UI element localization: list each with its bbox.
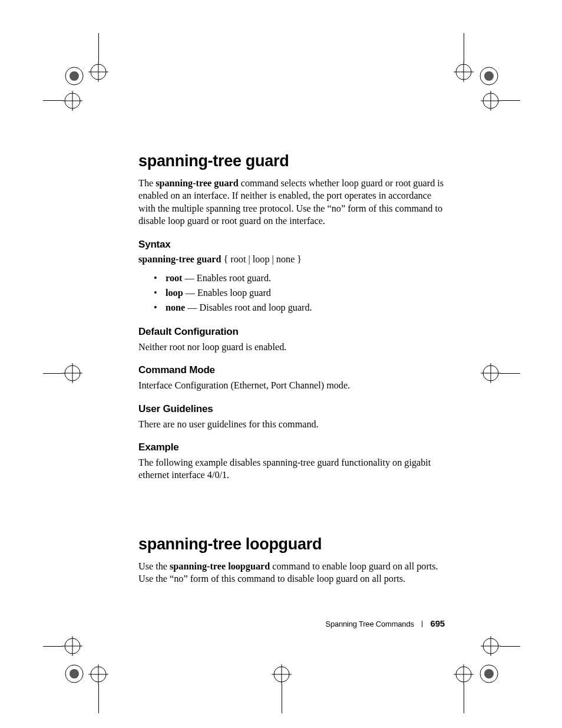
svg-point-30 xyxy=(480,665,498,683)
crop-line xyxy=(464,33,464,62)
crop-mark-icon xyxy=(454,664,474,684)
crop-mark-icon xyxy=(477,662,501,686)
crop-line xyxy=(500,373,520,374)
intro-paragraph: The spanning-tree guard command selects … xyxy=(138,177,445,228)
option-none: none — Disables root and loop guard. xyxy=(166,301,445,315)
svg-point-35 xyxy=(483,638,498,654)
footer-separator-icon xyxy=(422,621,422,627)
crop-mark-icon xyxy=(62,64,86,88)
intro-pre: The xyxy=(138,178,156,189)
page-content: spanning-tree guard The spanning-tree gu… xyxy=(138,152,445,594)
syntax-options: root — Enables root guard. loop — Enable… xyxy=(138,271,445,315)
crop-mark-icon xyxy=(88,664,108,684)
command-mode-text: Interface Configuration (Ethernet, Port … xyxy=(138,380,445,392)
loopguard-paragraph: Use the spanning-tree loopguard command … xyxy=(138,561,445,586)
svg-point-24 xyxy=(91,667,106,682)
svg-point-9 xyxy=(484,71,494,81)
crop-mark-icon xyxy=(481,91,501,111)
page-footer: Spanning Tree Commands 695 xyxy=(138,618,445,628)
svg-point-2 xyxy=(91,64,106,80)
crop-line xyxy=(43,373,63,374)
example-text: The following example disables spanning-… xyxy=(138,457,445,482)
svg-point-23 xyxy=(70,669,79,678)
svg-point-13 xyxy=(483,93,498,108)
crop-mark-icon xyxy=(62,636,82,656)
syntax-bold: spanning-tree guard xyxy=(138,254,221,265)
option-desc: — Enables root guard. xyxy=(182,273,271,284)
svg-point-19 xyxy=(483,365,498,381)
user-guidelines-text: There are no user guidelines for this co… xyxy=(138,419,445,431)
svg-point-0 xyxy=(65,67,83,85)
crop-mark-icon xyxy=(272,664,292,684)
option-loop: loop — Enables loop guard xyxy=(166,286,445,301)
crop-mark-icon xyxy=(481,636,501,656)
option-name: none xyxy=(166,302,185,313)
subhead-user-guidelines: User Guidelines xyxy=(138,403,445,415)
lg-bold: spanning-tree loopguard xyxy=(170,561,270,572)
heading-spanning-tree-guard: spanning-tree guard xyxy=(138,152,445,170)
crop-line xyxy=(464,684,464,713)
svg-point-5 xyxy=(65,93,80,108)
option-desc: — Disables root and loop guard. xyxy=(185,302,312,313)
subhead-syntax: Syntax xyxy=(138,239,445,251)
svg-point-31 xyxy=(484,669,494,678)
svg-point-8 xyxy=(480,67,498,85)
crop-mark-icon xyxy=(62,363,82,383)
svg-point-16 xyxy=(65,365,80,381)
intro-bold: spanning-tree guard xyxy=(156,178,238,189)
option-name: loop xyxy=(166,288,183,298)
crop-mark-icon xyxy=(481,363,501,383)
crop-line xyxy=(43,100,63,101)
subhead-command-mode: Command Mode xyxy=(138,364,445,376)
crop-mark-icon xyxy=(62,91,82,111)
heading-spanning-tree-loopguard: spanning-tree loopguard xyxy=(138,535,445,554)
option-root: root — Enables root guard. xyxy=(166,271,445,286)
crop-mark-icon xyxy=(88,62,108,82)
svg-point-32 xyxy=(456,667,471,682)
svg-point-38 xyxy=(274,667,289,682)
crop-line xyxy=(43,646,63,647)
syntax-line: spanning-tree guard { root | loop | none… xyxy=(138,254,445,265)
crop-mark-icon xyxy=(454,62,474,82)
footer-chapter: Spanning Tree Commands xyxy=(325,620,414,628)
lg-pre: Use the xyxy=(138,561,170,572)
option-name: root xyxy=(166,273,182,284)
svg-point-1 xyxy=(70,71,79,81)
crop-line xyxy=(98,684,99,713)
crop-mark-icon xyxy=(477,64,501,88)
crop-line xyxy=(98,33,99,62)
crop-line xyxy=(500,646,520,647)
crop-line xyxy=(500,100,520,101)
syntax-rest: { root | loop | none } xyxy=(221,254,302,265)
subhead-example: Example xyxy=(138,442,445,453)
footer-page-number: 695 xyxy=(431,618,445,628)
default-config-text: Neither root nor loop guard is enabled. xyxy=(138,341,445,354)
option-desc: — Enables loop guard xyxy=(183,288,271,298)
svg-point-22 xyxy=(65,665,83,683)
crop-line xyxy=(282,684,282,713)
svg-point-10 xyxy=(456,64,471,80)
svg-point-27 xyxy=(65,638,80,654)
crop-mark-icon xyxy=(62,662,86,686)
subhead-default-config: Default Configuration xyxy=(138,326,445,338)
